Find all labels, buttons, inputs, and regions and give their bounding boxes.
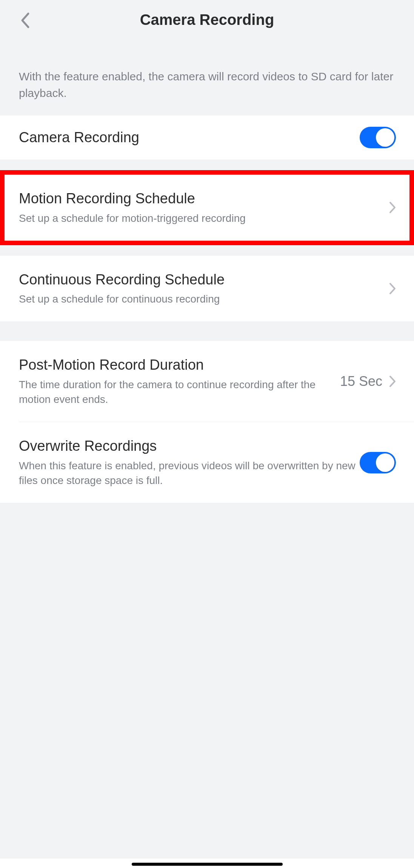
header: Camera Recording <box>0 0 414 43</box>
camera-recording-toggle[interactable] <box>360 127 396 148</box>
home-indicator[interactable] <box>132 863 283 866</box>
camera-recording-row: Camera Recording <box>0 115 414 160</box>
chevron-right-icon <box>389 375 396 387</box>
page-container: Camera Recording With the feature enable… <box>0 0 414 859</box>
overwrite-recordings-row: Overwrite Recordings When this feature i… <box>0 422 414 503</box>
continuous-schedule-title: Continuous Recording Schedule <box>19 271 389 289</box>
overwrite-toggle[interactable] <box>360 452 396 473</box>
continuous-schedule-subtitle: Set up a schedule for continuous recordi… <box>19 292 389 306</box>
motion-recording-schedule-row[interactable]: Motion Recording Schedule Set up a sched… <box>0 175 414 241</box>
motion-schedule-title: Motion Recording Schedule <box>19 190 389 208</box>
feature-description: With the feature enabled, the camera wil… <box>0 43 414 115</box>
chevron-right-icon <box>389 283 396 295</box>
back-button[interactable] <box>17 13 32 28</box>
overwrite-title: Overwrite Recordings <box>19 437 360 455</box>
camera-recording-title: Camera Recording <box>19 129 360 147</box>
continuous-recording-schedule-row[interactable]: Continuous Recording Schedule Set up a s… <box>0 256 414 322</box>
page-title: Camera Recording <box>140 11 274 28</box>
post-motion-duration-row[interactable]: Post-Motion Record Duration The time dur… <box>0 341 414 422</box>
post-motion-title: Post-Motion Record Duration <box>19 356 340 374</box>
post-motion-subtitle: The time duration for the camera to cont… <box>19 377 340 407</box>
chevron-left-icon <box>20 12 30 29</box>
bottom-safe-area <box>0 859 414 868</box>
motion-schedule-subtitle: Set up a schedule for motion-triggered r… <box>19 211 389 226</box>
overwrite-subtitle: When this feature is enabled, previous v… <box>19 458 360 488</box>
chevron-right-icon <box>389 201 396 214</box>
post-motion-value: 15 Sec <box>340 373 382 389</box>
